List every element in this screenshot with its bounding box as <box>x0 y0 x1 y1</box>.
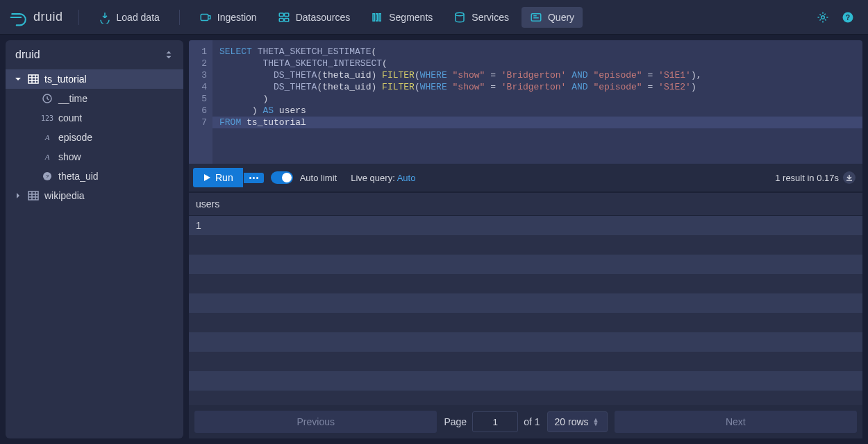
page-label: Page <box>444 416 467 427</box>
nav-divider <box>78 10 79 25</box>
results-body: 1 <box>189 216 862 405</box>
result-summary: 1 result in 0.17s <box>775 171 856 184</box>
line-gutter: 1 2 3 4 5 6 7 <box>189 40 212 164</box>
more-icon <box>249 177 258 179</box>
table-row <box>189 235 862 255</box>
table-row[interactable]: 1 <box>189 216 862 235</box>
string-type-icon: A <box>42 151 53 162</box>
download-icon <box>845 173 853 182</box>
query-panel: 1 2 3 4 5 6 7 SELECT THETA_SKETCH_ESTIMA… <box>183 35 868 444</box>
results-table: users 1 Previous Page of <box>189 193 862 438</box>
chevron-right-icon <box>14 191 22 200</box>
datasource-ts-tutorial[interactable]: ts_tutorial <box>6 69 183 89</box>
column-label: __time <box>58 93 87 104</box>
nav-label: Load data <box>117 12 160 23</box>
brand-name: druid <box>33 10 63 24</box>
svg-rect-2 <box>284 13 288 17</box>
stepper-icon: ▲▼ <box>593 418 600 426</box>
string-type-icon: A <box>42 132 53 143</box>
settings-button[interactable] <box>812 7 833 28</box>
column-episode[interactable]: A episode <box>19 128 183 147</box>
nav-services[interactable]: Services <box>445 7 517 28</box>
live-query: Live query: Auto <box>351 173 415 183</box>
play-icon <box>203 173 211 182</box>
gear-icon <box>817 11 829 24</box>
nav-label: Datasources <box>296 12 351 23</box>
next-button[interactable]: Next <box>615 411 857 433</box>
nav-ingestion[interactable]: Ingestion <box>191 7 265 28</box>
nav-label: Query <box>548 12 574 23</box>
sketch-type-icon: ? <box>42 171 53 182</box>
druid-logo-icon <box>10 8 28 26</box>
svg-rect-13 <box>28 75 38 83</box>
download-button[interactable] <box>843 171 856 184</box>
run-more-button[interactable] <box>244 173 264 183</box>
sql-code[interactable]: SELECT THETA_SKETCH_ESTIMATE( THETA_SKET… <box>212 40 862 164</box>
help-icon: ? <box>842 11 854 24</box>
svg-point-8 <box>456 12 464 16</box>
datasource-label: wikipedia <box>44 190 85 201</box>
nav-load-data[interactable]: Load data <box>90 7 168 28</box>
column-show[interactable]: A show <box>19 147 183 166</box>
cell: 1 <box>196 220 201 231</box>
ingestion-icon <box>199 11 212 24</box>
live-query-link[interactable]: Auto <box>397 173 416 183</box>
table-icon <box>28 74 39 85</box>
datasource-label: ts_tutorial <box>44 74 87 85</box>
sort-icon <box>164 50 174 60</box>
run-button[interactable]: Run <box>193 168 243 187</box>
chevron-down-icon <box>14 75 22 83</box>
segments-icon <box>371 11 383 24</box>
datasources-icon <box>278 11 290 24</box>
table-row <box>189 371 862 391</box>
svg-rect-7 <box>379 13 381 21</box>
datasource-wikipedia[interactable]: wikipedia <box>6 186 183 205</box>
table-row <box>189 352 862 371</box>
query-icon <box>530 11 542 24</box>
number-type-icon: 123 <box>42 112 53 123</box>
nav-segments[interactable]: Segments <box>362 7 441 28</box>
table-row <box>189 332 862 352</box>
help-button[interactable]: ? <box>837 7 858 28</box>
auto-limit-label: Auto limit <box>300 173 337 183</box>
schema-tree: ts_tutorial __time 123 count A episode <box>6 67 183 208</box>
column-count[interactable]: 123 count <box>19 108 183 128</box>
nav-label: Segments <box>389 12 433 23</box>
column-header: users <box>196 198 219 210</box>
run-label: Run <box>215 172 233 183</box>
nav-divider <box>179 10 180 25</box>
table-row <box>189 274 862 293</box>
logo[interactable]: druid <box>10 8 63 26</box>
nav-query[interactable]: Query <box>521 7 583 28</box>
nav-label: Ingestion <box>217 12 257 23</box>
schema-sidebar: druid ts_tutorial __time 123 count <box>6 40 183 438</box>
sidebar-header[interactable]: druid <box>6 40 183 67</box>
nav-datasources[interactable]: Datasources <box>269 7 359 28</box>
svg-rect-4 <box>284 18 288 22</box>
run-bar: Run Auto limit Live query: Auto 1 result… <box>189 164 862 193</box>
svg-point-10 <box>821 15 825 19</box>
clock-icon <box>42 93 53 104</box>
page-size-select[interactable]: 20 rows ▲▼ <box>547 411 608 432</box>
previous-button[interactable]: Previous <box>194 411 437 433</box>
page-of: of 1 <box>524 416 540 427</box>
sidebar-title: druid <box>15 49 40 61</box>
services-icon <box>453 11 466 24</box>
svg-rect-17 <box>28 191 38 200</box>
table-row <box>189 293 862 313</box>
svg-text:?: ? <box>46 173 49 180</box>
svg-text:?: ? <box>846 12 850 21</box>
svg-rect-3 <box>279 18 283 22</box>
results-header[interactable]: users <box>189 193 862 216</box>
column-time[interactable]: __time <box>19 89 183 108</box>
column-theta-uid[interactable]: ? theta_uid <box>19 166 183 186</box>
column-label: count <box>58 112 82 123</box>
load-icon <box>99 11 111 24</box>
svg-rect-6 <box>376 13 378 21</box>
auto-limit-toggle[interactable] <box>271 171 293 184</box>
column-label: show <box>58 151 81 162</box>
sql-editor[interactable]: 1 2 3 4 5 6 7 SELECT THETA_SKETCH_ESTIMA… <box>189 40 862 164</box>
nav-label: Services <box>471 12 509 23</box>
column-label: theta_uid <box>58 171 99 182</box>
page-input[interactable] <box>472 411 518 432</box>
